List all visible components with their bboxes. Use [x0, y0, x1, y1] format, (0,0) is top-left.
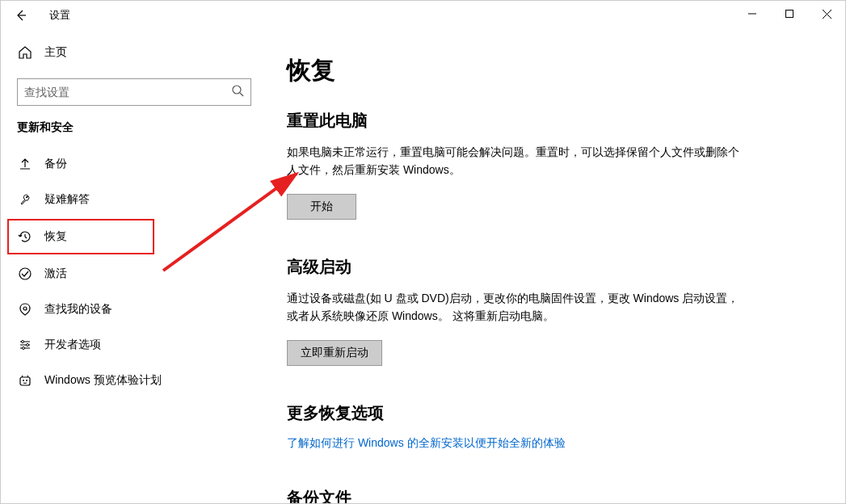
- insider-icon: [17, 372, 33, 388]
- reset-text: 如果电脑未正常运行，重置电脑可能会解决问题。重置时，可以选择保留个人文件或删除个…: [287, 143, 739, 179]
- check-circle-icon: [17, 266, 33, 282]
- svg-rect-7: [20, 377, 30, 385]
- svg-point-4: [22, 341, 24, 343]
- advanced-heading: 高级启动: [287, 256, 813, 278]
- search-input[interactable]: [24, 86, 231, 99]
- back-button[interactable]: [7, 2, 35, 29]
- search-box[interactable]: [17, 78, 251, 106]
- advanced-text: 通过设备或磁盘(如 U 盘或 DVD)启动，更改你的电脑固件设置，更改 Wind…: [287, 289, 739, 326]
- sidebar-item-insider[interactable]: Windows 预览体验计划: [1, 363, 267, 398]
- window-controls: [734, 1, 845, 27]
- svg-point-8: [23, 380, 24, 381]
- minimize-icon: [748, 10, 756, 18]
- arrow-left-icon: [15, 9, 27, 22]
- body: 主页 更新和安全 备份 疑难解答: [1, 30, 845, 503]
- close-icon: [823, 10, 831, 19]
- maximize-button[interactable]: [771, 1, 808, 27]
- sliders-icon: [17, 337, 33, 353]
- reset-start-button[interactable]: 开始: [287, 194, 356, 220]
- page-title: 恢复: [287, 54, 813, 87]
- location-icon: [17, 301, 33, 317]
- restart-now-button[interactable]: 立即重新启动: [287, 340, 382, 366]
- home-icon: [17, 44, 33, 61]
- svg-point-2: [19, 268, 31, 279]
- home-label: 主页: [44, 45, 67, 60]
- svg-point-5: [27, 344, 29, 346]
- settings-window: 设置 主页: [0, 0, 846, 504]
- sidebar-section-title: 更新和安全: [1, 120, 267, 146]
- svg-rect-0: [786, 10, 793, 18]
- more-heading: 更多恢复选项: [287, 402, 813, 424]
- wrench-icon: [17, 191, 33, 208]
- backup-heading: 备份文件: [287, 487, 813, 503]
- sidebar-item-find-device[interactable]: 查找我的设备: [1, 292, 267, 327]
- svg-point-3: [23, 307, 27, 310]
- fresh-install-link[interactable]: 了解如何进行 Windows 的全新安装以便开始全新的体验: [287, 436, 566, 451]
- window-title: 设置: [49, 8, 70, 23]
- sidebar-item-label: Windows 预览体验计划: [44, 373, 162, 388]
- sidebar-item-developer[interactable]: 开发者选项: [1, 327, 267, 363]
- content: 恢复 重置此电脑 如果电脑未正常运行，重置电脑可能会解决问题。重置时，可以选择保…: [267, 30, 845, 503]
- sidebar-item-troubleshoot[interactable]: 疑难解答: [1, 182, 267, 217]
- home-link[interactable]: 主页: [1, 38, 267, 67]
- sidebar: 主页 更新和安全 备份 疑难解答: [1, 30, 267, 503]
- sidebar-item-label: 查找我的设备: [44, 302, 112, 317]
- svg-point-9: [26, 380, 27, 381]
- minimize-button[interactable]: [734, 1, 771, 27]
- svg-point-6: [23, 347, 25, 350]
- reset-heading: 重置此电脑: [287, 110, 813, 132]
- close-button[interactable]: [808, 1, 845, 27]
- sidebar-item-label: 开发者选项: [44, 338, 101, 352]
- svg-point-1: [233, 86, 241, 94]
- upload-icon: [17, 156, 33, 172]
- clock-icon: [17, 229, 33, 245]
- sidebar-item-recovery[interactable]: 恢复: [7, 219, 154, 254]
- maximize-icon: [785, 10, 793, 18]
- sidebar-item-label: 激活: [44, 267, 67, 281]
- sidebar-item-label: 疑难解答: [44, 192, 90, 207]
- titlebar: 设置: [1, 1, 845, 30]
- sidebar-item-label: 恢复: [44, 229, 67, 244]
- search-icon: [231, 84, 244, 100]
- sidebar-item-backup[interactable]: 备份: [1, 146, 267, 182]
- sidebar-item-activation[interactable]: 激活: [1, 256, 267, 292]
- sidebar-item-label: 备份: [44, 157, 67, 171]
